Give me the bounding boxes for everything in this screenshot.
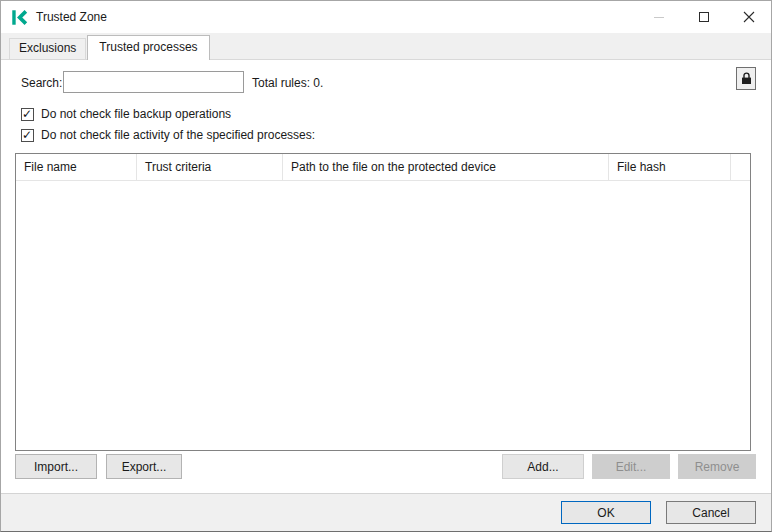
window-controls (636, 1, 771, 33)
ok-button[interactable]: OK (561, 501, 651, 524)
add-button[interactable]: Add... (502, 454, 584, 479)
close-button[interactable] (726, 1, 771, 33)
kaspersky-logo-icon (11, 9, 28, 26)
import-button[interactable]: Import... (15, 454, 97, 479)
dialog-footer: OK Cancel (1, 493, 771, 531)
checkbox-row-file-activity[interactable]: Do not check file activity of the specif… (21, 128, 315, 142)
minimize-button[interactable] (636, 1, 681, 33)
close-icon (743, 11, 755, 23)
lock-button[interactable] (736, 67, 756, 90)
tab-trusted-processes[interactable]: Trusted processes (87, 35, 209, 60)
trusted-processes-page: Search: Total rules: 0. Do not check fil… (1, 60, 771, 493)
cancel-button[interactable]: Cancel (666, 501, 756, 524)
column-header-filler (731, 154, 750, 180)
column-header-file-hash[interactable]: File hash (609, 154, 731, 180)
export-button[interactable]: Export... (106, 454, 182, 479)
trusted-zone-dialog: Trusted Zone Exclusions Trusted processe… (0, 0, 772, 532)
column-header-trust-criteria[interactable]: Trust criteria (137, 154, 283, 180)
maximize-icon (699, 12, 709, 22)
column-header-file-name[interactable]: File name (16, 154, 137, 180)
table-header-row: File name Trust criteria Path to the fil… (16, 154, 750, 181)
checkbox-label: Do not check file activity of the specif… (41, 128, 315, 142)
checkbox-file-activity (21, 129, 34, 142)
minimize-icon (654, 17, 664, 18)
search-input[interactable] (63, 71, 244, 93)
window-title: Trusted Zone (36, 10, 107, 24)
maximize-button[interactable] (681, 1, 726, 33)
checkbox-row-backup-operations[interactable]: Do not check file backup operations (21, 107, 231, 121)
checkbox-label: Do not check file backup operations (41, 107, 231, 121)
lock-icon (741, 72, 752, 85)
search-label: Search: (21, 76, 62, 90)
tab-strip: Exclusions Trusted processes (1, 33, 771, 60)
tab-exclusions[interactable]: Exclusions (9, 38, 86, 59)
titlebar: Trusted Zone (1, 1, 771, 33)
edit-button[interactable]: Edit... (592, 454, 670, 479)
trusted-processes-table: File name Trust criteria Path to the fil… (15, 153, 751, 451)
total-rules-text: Total rules: 0. (252, 76, 323, 90)
column-header-path[interactable]: Path to the file on the protected device (283, 154, 609, 180)
table-action-row: Import... Export... Add... Edit... Remov… (1, 454, 771, 479)
checkbox-backup-operations (21, 108, 34, 121)
table-body-empty[interactable] (16, 181, 750, 450)
remove-button[interactable]: Remove (678, 454, 756, 479)
